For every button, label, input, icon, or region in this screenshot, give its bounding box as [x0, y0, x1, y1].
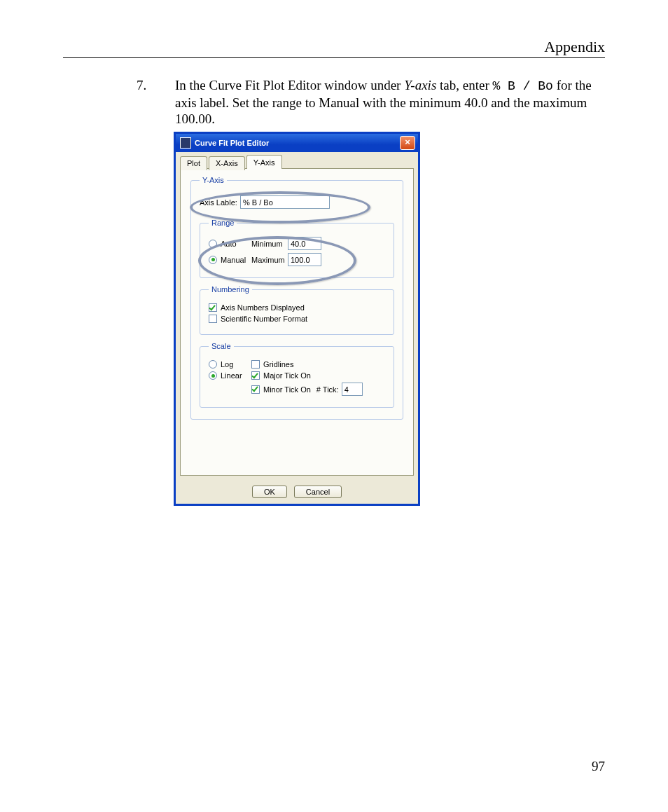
axis-lable-label: Axis Lable:	[200, 198, 240, 207]
tab-row: Plot X-Axis Y-Axis	[180, 155, 284, 169]
group-scale: Scale Log Gridlines Linear Major Tick On	[200, 342, 394, 408]
scale-linear-row: Linear Major Tick On	[209, 371, 385, 380]
scientific-row: Scientific Number Format	[209, 315, 385, 323]
instruction-step: 7. In the Curve Fit Plot Editor window u…	[137, 77, 613, 128]
checkbox-scientific[interactable]	[209, 315, 217, 323]
close-button[interactable]: ×	[400, 136, 415, 150]
header-rule	[63, 57, 605, 58]
maximum-input[interactable]	[288, 253, 321, 266]
page-header: Appendix	[544, 38, 605, 56]
legend-numbering: Numbering	[209, 285, 252, 294]
group-numbering: Numbering Axis Numbers Displayed Scienti…	[200, 285, 394, 335]
radio-log-label: Log	[221, 360, 251, 369]
tab-plot[interactable]: Plot	[180, 156, 207, 170]
minimum-label: Minimum	[251, 240, 288, 248]
step-text: In the Curve Fit Plot Editor window unde…	[175, 77, 613, 128]
radio-linear[interactable]	[209, 371, 217, 380]
curve-fit-plot-editor-window: Curve Fit Plot Editor × Plot X-Axis Y-Ax…	[174, 132, 420, 506]
tab-panel: Y-Axis Axis Lable: Range Auto Minimum	[180, 168, 414, 476]
step-text-mid: tab, enter	[436, 78, 492, 92]
range-manual-row: Manual Maximum	[209, 253, 385, 266]
checkbox-minor-tick[interactable]	[251, 385, 260, 394]
step-text-yaxis: Y-axis	[404, 78, 436, 92]
radio-auto[interactable]	[209, 240, 217, 248]
minor-tick-label: Minor Tick On	[263, 385, 311, 394]
range-auto-row: Auto Minimum	[209, 237, 385, 250]
checkbox-major-tick[interactable]	[251, 371, 260, 380]
step-number: 7.	[137, 77, 175, 128]
checkbox-gridlines[interactable]	[251, 360, 260, 369]
checkbox-axis-numbers[interactable]	[209, 303, 217, 312]
axis-lable-input[interactable]	[240, 195, 330, 209]
group-range: Range Auto Minimum Manual Maximum	[200, 219, 394, 278]
button-row: OK Cancel	[176, 486, 418, 498]
step-text-code: % B / Bo	[492, 79, 552, 93]
step-text-pre: In the Curve Fit Plot Editor window unde…	[175, 78, 404, 92]
window-title: Curve Fit Plot Editor	[195, 139, 269, 147]
legend-y-axis: Y-Axis	[200, 176, 227, 184]
num-tick-input[interactable]	[342, 383, 363, 396]
scientific-label: Scientific Number Format	[221, 315, 307, 323]
ok-button[interactable]: OK	[252, 486, 287, 498]
tab-x-axis[interactable]: X-Axis	[209, 156, 245, 170]
radio-auto-label: Auto	[221, 240, 251, 248]
minor-tick-row: Minor Tick On # Tick:	[251, 383, 385, 396]
radio-manual[interactable]	[209, 256, 217, 264]
legend-range: Range	[209, 219, 237, 227]
axis-numbers-row: Axis Numbers Displayed	[209, 303, 385, 312]
maximum-label: Maximum	[251, 256, 288, 264]
group-y-axis: Y-Axis Axis Lable: Range Auto Minimum	[190, 176, 403, 420]
titlebar: Curve Fit Plot Editor ×	[176, 134, 418, 152]
major-tick-label: Major Tick On	[263, 371, 311, 380]
axis-lable-row: Axis Lable:	[200, 195, 394, 209]
page-number: 97	[592, 759, 605, 774]
radio-log[interactable]	[209, 360, 217, 369]
legend-scale: Scale	[209, 342, 234, 350]
cancel-button[interactable]: Cancel	[294, 486, 342, 498]
radio-manual-label: Manual	[221, 256, 251, 264]
scale-log-row: Log Gridlines	[209, 360, 385, 369]
tab-y-axis[interactable]: Y-Axis	[246, 155, 282, 169]
axis-numbers-label: Axis Numbers Displayed	[221, 303, 305, 312]
num-tick-label: # Tick:	[316, 385, 339, 394]
gridlines-label: Gridlines	[263, 360, 293, 369]
radio-linear-label: Linear	[221, 371, 251, 380]
minimum-input[interactable]	[288, 237, 321, 250]
app-icon	[180, 137, 191, 149]
